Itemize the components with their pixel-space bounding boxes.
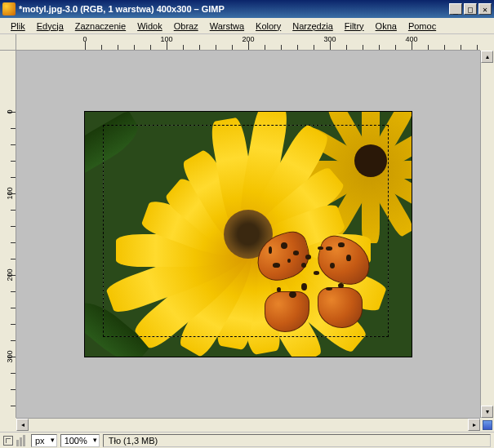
menu-windows[interactable]: Okna: [370, 20, 403, 33]
ruler-label: 400: [405, 35, 417, 43]
menu-tools[interactable]: Narzędzia: [287, 20, 339, 33]
ruler-horizontal[interactable]: 0100200300400: [16, 34, 480, 51]
ruler-label: 200: [242, 35, 254, 43]
menu-help[interactable]: Pomoc: [403, 20, 442, 33]
zoom-select[interactable]: 100%: [60, 434, 100, 447]
ruler-label: 300: [6, 350, 14, 362]
image-decoration: [289, 291, 296, 298]
image-decoration: [301, 283, 307, 291]
scroll-right-button[interactable]: ▸: [468, 419, 480, 431]
image-decoration: [281, 242, 287, 249]
navigation-icon: [483, 420, 492, 430]
close-button[interactable]: ✕: [478, 3, 492, 15]
app-icon: [2, 2, 16, 16]
canvas[interactable]: [16, 51, 480, 418]
window-titlebar: *motyl.jpg-3.0 (RGB, 1 warstwa) 400x300 …: [0, 0, 494, 18]
image-decoration: [305, 255, 311, 259]
image-decoration: [338, 283, 344, 288]
image-decoration: [354, 144, 387, 177]
ruler-label: 0: [6, 109, 14, 113]
menu-select[interactable]: Zaznaczenie: [69, 20, 131, 33]
image-decoration: [314, 271, 319, 275]
image-decoration: [85, 112, 145, 179]
scrollbar-vertical[interactable]: ▴ ▾: [480, 51, 494, 418]
menu-layer[interactable]: Warstwa: [204, 20, 250, 33]
ruler-label: 200: [6, 268, 14, 281]
canvas-viewport: [16, 51, 480, 418]
statusbar: px 100% Tło (1,3 MB): [0, 432, 494, 448]
navigation-corner[interactable]: [480, 418, 494, 432]
image-decoration: [273, 263, 280, 268]
menu-filters[interactable]: Filtry: [339, 20, 370, 33]
image-decoration: [301, 263, 306, 268]
quickmask-icon: [3, 436, 13, 446]
quickmask-toggle[interactable]: [3, 436, 13, 446]
menu-image[interactable]: Obraz: [168, 20, 204, 33]
workarea: 0100200300400 0100200300: [0, 34, 494, 432]
ruler-vertical[interactable]: 0100200300: [0, 51, 16, 418]
window-controls: _ □ ✕: [449, 3, 492, 15]
menu-file[interactable]: Plik: [5, 20, 31, 33]
menu-edit[interactable]: Edycja: [31, 20, 69, 33]
ruler-label: 0: [82, 35, 87, 43]
image-decoration: [318, 246, 323, 250]
scroll-down-button[interactable]: ▾: [481, 406, 493, 418]
ruler-label: 100: [6, 187, 14, 199]
image-decoration: [265, 291, 309, 332]
ruler-label: 300: [323, 35, 336, 43]
status-layer-info: Tło (1,3 MB): [103, 434, 491, 447]
menu-view[interactable]: Widok: [131, 20, 168, 33]
minimize-button[interactable]: _: [449, 3, 462, 15]
image-decoration: [338, 242, 345, 247]
image-decoration: [318, 287, 363, 328]
image-content[interactable]: [85, 112, 412, 357]
scrollbar-horizontal[interactable]: ◂ ▸: [16, 418, 480, 432]
scroll-left-button[interactable]: ◂: [16, 419, 29, 431]
maximize-button[interactable]: □: [464, 3, 477, 15]
ruler-label: 100: [160, 35, 172, 43]
menubar: Plik Edycja Zaznaczenie Widok Obraz Wars…: [0, 18, 494, 34]
image-decoration: [256, 234, 371, 332]
window-title: *motyl.jpg-3.0 (RGB, 1 warstwa) 400x300 …: [19, 4, 449, 14]
image-decoration: [313, 233, 376, 290]
unit-select[interactable]: px: [31, 434, 57, 447]
menu-colors[interactable]: Kolory: [250, 20, 287, 33]
scroll-up-button[interactable]: ▴: [481, 51, 493, 63]
ruler-origin[interactable]: [0, 34, 16, 51]
image-decoration: [277, 287, 281, 292]
image-decoration: [287, 259, 291, 263]
pointer-position-icon: [16, 435, 28, 446]
